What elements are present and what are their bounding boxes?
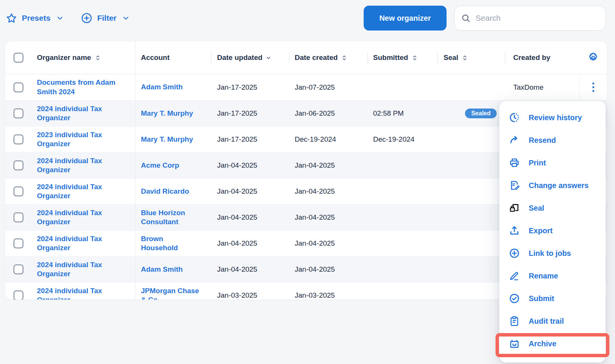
date-created-cell: Jan-04-2025 [289, 231, 367, 256]
column-header-seal[interactable]: Seal [437, 41, 505, 74]
date-updated-cell: Jan-04-2025 [211, 205, 289, 230]
menu-item-change-answers[interactable]: Change answers [499, 174, 606, 197]
presets-dropdown[interactable]: Presets [6, 13, 64, 24]
seal-cell [437, 127, 505, 152]
star-icon [6, 13, 17, 24]
date-created-cell: Jan-04-2025 [289, 205, 367, 230]
row-checkbox[interactable] [14, 213, 23, 222]
submitted-cell [367, 283, 437, 300]
row-context-menu: Review history Resend Print Change answe… [499, 101, 606, 362]
filter-dropdown[interactable]: Filter [81, 12, 130, 24]
submitted-cell [367, 179, 437, 204]
account-link[interactable]: Mary T. Murphy [141, 109, 193, 118]
row-checkbox[interactable] [14, 239, 23, 248]
menu-item-print[interactable]: Print [499, 151, 606, 174]
submitted-cell [367, 74, 437, 100]
row-checkbox[interactable] [14, 109, 23, 118]
header-checkbox-cell [5, 41, 32, 74]
account-link[interactable]: Mary T. Murphy [141, 135, 193, 144]
new-organizer-button[interactable]: New organizer [364, 6, 447, 31]
kebab-menu-icon[interactable] [590, 78, 597, 96]
gear-icon[interactable] [588, 52, 598, 63]
organizer-name-link[interactable]: 2024 individual Tax Organizer [37, 286, 124, 300]
date-updated-cell: Jan-03-2025 [211, 283, 289, 300]
column-header-submitted[interactable]: Submitted [367, 41, 437, 74]
organizer-name-link[interactable]: 2023 individual Tax Organizer [37, 130, 124, 149]
account-link[interactable]: JPMorgan Chase & Co [141, 286, 200, 300]
submitted-cell [367, 231, 437, 256]
column-header-date-created[interactable]: Date created [289, 41, 367, 74]
sealed-status-badge: Sealed [465, 109, 497, 118]
account-link[interactable]: David Ricardo [141, 187, 189, 196]
sort-icon [95, 55, 101, 61]
row-checkbox[interactable] [14, 265, 23, 274]
menu-item-link-to-jobs[interactable]: Link to jobs [499, 242, 606, 265]
menu-item-audit-trail[interactable]: Audit trail [499, 310, 606, 332]
seal-cell [437, 205, 505, 230]
account-link[interactable]: Brown Household [141, 234, 200, 253]
presets-label: Presets [22, 14, 50, 23]
export-icon [509, 225, 520, 236]
row-checkbox[interactable] [14, 161, 23, 170]
chevron-down-icon [122, 14, 130, 22]
date-created-cell: Jan-06-2025 [289, 101, 367, 126]
row-checkbox[interactable] [14, 83, 23, 92]
menu-item-seal[interactable]: Seal [499, 197, 606, 219]
search-input[interactable] [476, 14, 599, 23]
select-all-checkbox[interactable] [14, 53, 23, 63]
date-created-cell: Jan-04-2025 [289, 257, 367, 282]
seal-cell: Sealed [437, 101, 505, 126]
submitted-cell [367, 257, 437, 282]
menu-item-review-history[interactable]: Review history [499, 106, 606, 129]
account-link[interactable]: Acme Corp [141, 161, 179, 170]
seal-icon [509, 203, 520, 213]
sort-icon [341, 55, 347, 61]
sort-icon [462, 55, 468, 61]
seal-cell [437, 179, 505, 204]
date-updated-cell: Jan-04-2025 [211, 179, 289, 204]
search-icon [461, 14, 471, 23]
row-checkbox[interactable] [14, 135, 23, 144]
menu-item-archive[interactable]: Archive [499, 332, 606, 355]
organizer-name-link[interactable]: 2024 individual Tax Organizer [37, 104, 124, 123]
sort-icon [412, 55, 418, 61]
print-icon [509, 158, 520, 168]
rename-icon [509, 271, 520, 281]
organizer-name-link[interactable]: Documents from Adam Smith 2024 [37, 78, 124, 96]
organizer-name-link[interactable]: 2024 individual Tax Organizer [37, 234, 124, 253]
search-box[interactable] [454, 6, 606, 31]
table-header-row: Organizer name Account Date updated Date… [5, 41, 607, 74]
submitted-cell: 02:58 PM [367, 101, 437, 126]
change-answers-icon [509, 180, 520, 191]
organizer-name-link[interactable]: 2024 individual Tax Organizer [37, 208, 124, 227]
account-link[interactable]: Adam Smith [141, 265, 183, 274]
menu-item-rename[interactable]: Rename [499, 265, 606, 287]
date-created-cell: Jan-03-2025 [289, 283, 367, 300]
submitted-cell [367, 205, 437, 230]
column-header-organizer-name[interactable]: Organizer name [32, 41, 136, 74]
archive-icon [509, 338, 520, 349]
account-link[interactable]: Blue Horizon Consultant [141, 208, 200, 227]
date-updated-cell: Jan-04-2025 [211, 153, 289, 178]
menu-item-export[interactable]: Export [499, 219, 606, 242]
filter-label: Filter [97, 14, 116, 23]
organizer-name-link[interactable]: 2024 individual Tax Organizer [37, 260, 124, 279]
date-updated-cell: Jan-17-2025 [211, 127, 289, 152]
column-header-date-updated[interactable]: Date updated [211, 41, 289, 74]
row-checkbox[interactable] [14, 187, 23, 196]
seal-cell [437, 283, 505, 300]
date-created-cell: Jan-04-2025 [289, 153, 367, 178]
resend-icon [509, 135, 520, 145]
row-checkbox[interactable] [14, 291, 23, 300]
review-history-icon [509, 112, 520, 123]
chevron-down-icon [266, 55, 271, 61]
seal-cell [437, 74, 505, 100]
toolbar: Presets Filter [6, 6, 130, 31]
seal-cell [437, 257, 505, 282]
organizer-name-link[interactable]: 2024 individual Tax Organizer [37, 156, 124, 175]
account-link[interactable]: Adam Smith [141, 83, 183, 92]
audit-trail-icon [509, 316, 520, 326]
menu-item-resend[interactable]: Resend [499, 129, 606, 151]
organizer-name-link[interactable]: 2024 individual Tax Organizer [37, 182, 124, 201]
menu-item-submit[interactable]: Submit [499, 287, 606, 310]
